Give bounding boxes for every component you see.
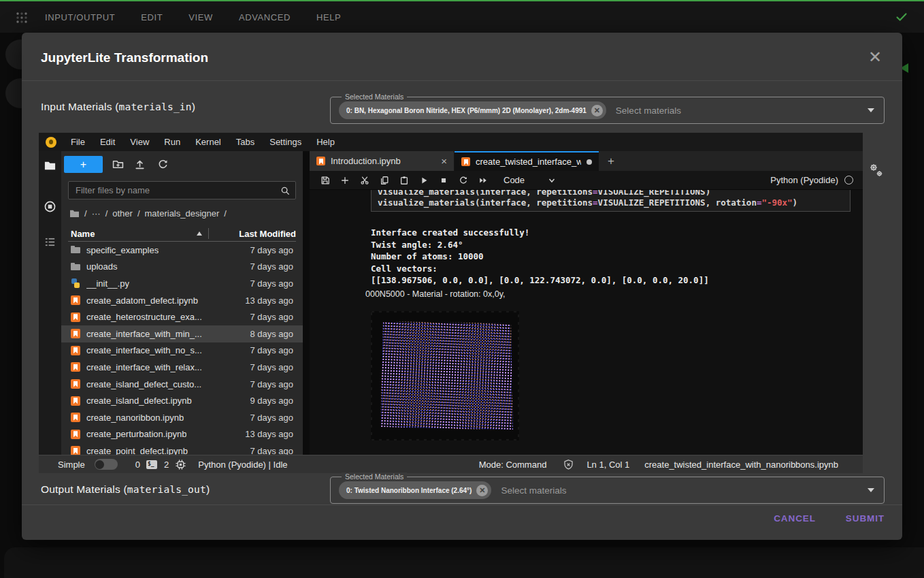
restart-kernel-button[interactable] <box>453 172 473 189</box>
material-chip[interactable]: 0: BN, Hexagonal Boron Nitride, HEX (P6/… <box>339 101 606 119</box>
column-last-modified[interactable]: Last Modified <box>209 229 296 239</box>
copy-cells-button[interactable] <box>374 172 394 189</box>
table-of-contents-tab-icon[interactable] <box>44 236 56 248</box>
jupyter-menu-tabs[interactable]: Tabs <box>229 137 262 147</box>
panel-resizer[interactable] <box>303 151 310 455</box>
new-tab-button[interactable]: + <box>599 151 623 171</box>
output-materials-select[interactable]: Selected Materials 0: Twisted Nanoribbon… <box>330 477 885 504</box>
file-row[interactable]: create_point_defect.ipynb7 days ago <box>61 443 303 455</box>
new-folder-icon[interactable] <box>112 159 124 170</box>
python-file-icon <box>71 278 80 288</box>
notebook-content[interactable]: visualize_materials(interface, repetitio… <box>310 190 863 455</box>
file-modified: 8 days ago <box>250 329 293 339</box>
file-row[interactable]: create_interface_with_min_...8 days ago <box>61 325 303 342</box>
file-row[interactable]: __init__.py7 days ago <box>61 275 303 292</box>
file-row[interactable]: create_island_defect.ipynb9 days ago <box>61 392 303 409</box>
app-menu-view[interactable]: VIEW <box>188 12 213 22</box>
cursor-position[interactable]: Ln 1, Col 1 <box>587 460 629 470</box>
notebook-file-icon <box>71 329 80 338</box>
settings-gears-icon[interactable] <box>868 162 885 180</box>
tab-introduction[interactable]: Introduction.ipynb × <box>310 151 455 171</box>
jupyter-menu-settings[interactable]: Settings <box>262 137 309 147</box>
interrupt-kernel-button[interactable] <box>433 172 453 189</box>
trust-shield-icon[interactable] <box>563 459 574 470</box>
file-row[interactable]: create_island_defect_custo...7 days ago <box>61 376 303 393</box>
file-browser-tab-icon[interactable] <box>44 159 56 172</box>
cell-output-text: Interface created successfully!Twist ang… <box>371 227 709 287</box>
folder-file-icon <box>71 262 80 272</box>
tab-create-twisted-interface[interactable]: create_twisted_interface_w <box>455 151 599 171</box>
jupyter-menu-file[interactable]: File <box>63 137 93 147</box>
file-modified: 7 days ago <box>250 362 293 372</box>
jupyter-menu-run[interactable]: Run <box>156 137 188 147</box>
file-row[interactable]: uploads7 days ago <box>61 259 303 276</box>
dropdown-arrow-icon[interactable] <box>868 488 874 492</box>
jupyter-menu-edit[interactable]: Edit <box>93 137 122 147</box>
cancel-button[interactable]: CANCEL <box>774 513 816 524</box>
screen: INPUT/OUTPUTEDITVIEWADVANCEDHELP Jupyter… <box>0 0 924 578</box>
top-accent-line <box>0 0 924 1</box>
file-row[interactable]: create_perturbation.ipynb13 days ago <box>61 426 303 443</box>
file-row[interactable]: create_heterostructure_exa...7 days ago <box>61 308 303 325</box>
app-menu-advanced[interactable]: ADVANCED <box>239 12 291 22</box>
terminal-count[interactable]: 0 <box>135 460 140 470</box>
cell-type-select[interactable]: Code <box>504 175 525 185</box>
restart-run-all-button[interactable] <box>473 172 493 189</box>
notebook-file-icon <box>71 446 80 455</box>
save-button[interactable] <box>315 172 335 189</box>
jupyter-menu-view[interactable]: View <box>122 137 156 147</box>
notebook-toolbar: Code Python (Pyodide) <box>310 171 863 190</box>
chip-remove-icon[interactable]: ✕ <box>476 485 488 496</box>
input-materials-select[interactable]: Selected Materials 0: BN, Hexagonal Boro… <box>330 97 885 124</box>
select-materials-placeholder[interactable]: Select materials <box>616 106 681 116</box>
refresh-icon[interactable] <box>157 159 169 170</box>
jupyter-menu-kernel[interactable]: Kernel <box>188 137 229 147</box>
column-name[interactable]: Name <box>71 229 95 239</box>
chip-remove-icon[interactable]: ✕ <box>591 105 603 116</box>
divider <box>22 504 902 505</box>
paste-cells-button[interactable] <box>394 172 414 189</box>
select-materials-placeholder[interactable]: Select materials <box>501 485 566 496</box>
active-filename: create_twisted_interface_with_nanoribbon… <box>644 460 838 470</box>
tab-close-icon[interactable]: × <box>441 155 447 167</box>
run-cell-button[interactable] <box>414 172 433 189</box>
jupyter-menu-help[interactable]: Help <box>309 137 342 147</box>
file-row[interactable]: create_interface_with_no_s...7 days ago <box>61 342 303 359</box>
home-folder-icon[interactable] <box>69 209 80 218</box>
breadcrumb-item[interactable]: other <box>112 208 133 219</box>
apps-grid-icon[interactable] <box>15 11 29 25</box>
kernel-count[interactable]: 2 <box>164 460 169 470</box>
add-cell-button[interactable] <box>335 172 354 189</box>
check-icon[interactable] <box>894 10 909 25</box>
editor-mode[interactable]: Mode: Command <box>479 460 547 470</box>
close-icon[interactable]: ✕ <box>868 49 882 65</box>
material-chip[interactable]: 0: Twisted Nanoribbon Interface (2.64°) … <box>339 481 491 499</box>
filter-files-input[interactable]: Filter files by name <box>68 181 296 199</box>
notebook-file-icon <box>316 157 325 165</box>
file-row[interactable]: create_adatom_defect.ipynb13 days ago <box>61 292 303 309</box>
new-launcher-button[interactable]: + <box>64 156 103 173</box>
file-row[interactable]: create_nanoribbon.ipynb7 days ago <box>61 409 303 426</box>
notebook-file-icon <box>71 362 80 372</box>
file-row[interactable]: create_interface_with_relax...7 days ago <box>61 359 303 376</box>
code-cell[interactable]: visualize_materials(interface, repetitio… <box>371 190 851 212</box>
kernel-picker[interactable]: Python (Pyodide) <box>770 175 857 185</box>
running-sessions-tab-icon[interactable] <box>44 200 56 213</box>
breadcrumb-item[interactable]: ··· <box>92 208 101 219</box>
chevron-down-icon[interactable] <box>548 176 556 184</box>
app-menu-edit[interactable]: EDIT <box>141 12 163 22</box>
submit-button[interactable]: SUBMIT <box>846 513 885 524</box>
breadcrumb-item[interactable]: materials_designer <box>145 208 220 219</box>
breadcrumb-separator: / <box>137 208 140 219</box>
folder-file-icon <box>71 245 80 255</box>
file-list-header[interactable]: Name Last Modified <box>68 226 296 242</box>
cut-cells-button[interactable] <box>354 172 374 189</box>
kernel-status[interactable]: Python (Pyodide) | Idle <box>198 460 287 470</box>
simple-mode-toggle[interactable] <box>95 459 118 470</box>
kernel-chip-icon <box>176 460 186 470</box>
dropdown-arrow-icon[interactable] <box>868 108 874 112</box>
file-row[interactable]: specific_examples7 days ago <box>61 242 303 259</box>
app-menu-input-output[interactable]: INPUT/OUTPUT <box>45 12 115 22</box>
upload-icon[interactable] <box>134 159 146 170</box>
app-menu-help[interactable]: HELP <box>316 12 341 22</box>
